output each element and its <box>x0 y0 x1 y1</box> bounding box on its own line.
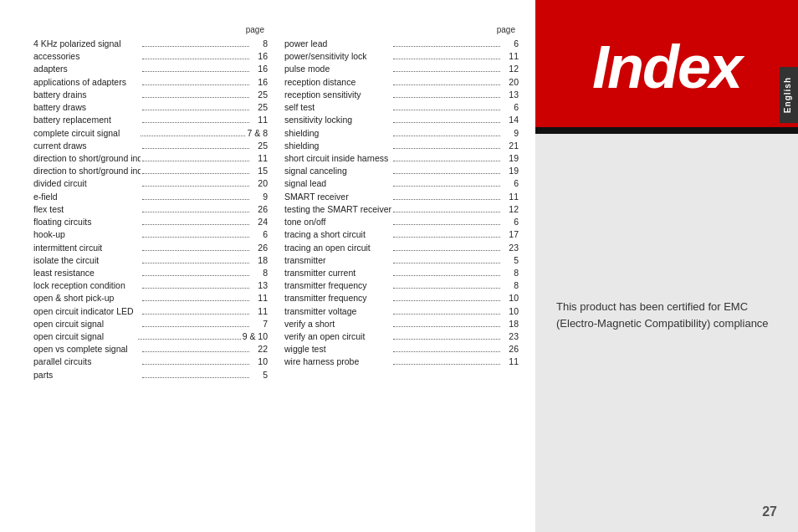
list-item: open & short pick-up 11 <box>33 292 268 304</box>
entry-label: transmitter <box>284 254 391 267</box>
entry-dots <box>393 199 500 200</box>
entry-dots <box>138 339 241 340</box>
entry-dots <box>393 237 500 238</box>
list-item: transmitter frequency 8 <box>284 279 519 292</box>
list-item: testing the SMART receiver 12 <box>284 203 519 216</box>
entry-page: 8 <box>502 267 519 279</box>
entry-label: 4 KHz polarized signal <box>33 38 141 50</box>
entry-label: transmitter frequency <box>284 292 391 304</box>
entry-page: 22 <box>251 343 268 356</box>
entry-label: applications of adapters <box>33 76 141 89</box>
entry-dots <box>393 136 500 136</box>
entry-label: sensitivity locking <box>284 114 391 126</box>
list-item: divided circuit 20 <box>33 177 268 190</box>
index-content: page 4 KHz polarized signal 8 accessorie… <box>0 0 535 532</box>
list-item: open vs complete signal 22 <box>33 343 268 356</box>
list-item: shielding 21 <box>284 140 519 152</box>
entry-label: pulse mode <box>284 63 391 75</box>
entry-dots <box>393 84 500 85</box>
entry-label: open & short pick-up <box>33 292 141 304</box>
entry-label: lock reception condition <box>33 279 141 292</box>
list-item: signal lead 6 <box>284 177 519 190</box>
entry-page: 17 <box>502 228 519 241</box>
list-item: wire harness probe 11 <box>284 356 519 368</box>
entry-page: 11 <box>251 152 268 165</box>
entry-label: complete circuit signal <box>33 127 139 140</box>
entry-page: 26 <box>502 343 519 356</box>
logo-ind: Ind <box>592 33 678 100</box>
list-item: parts 5 <box>33 369 268 381</box>
entry-label: intermittent circuit <box>33 242 141 254</box>
list-item: accessories 16 <box>33 50 268 63</box>
entry-dots <box>393 122 500 123</box>
entry-label: divided circuit <box>33 177 141 190</box>
entry-label: SMART receiver <box>284 191 391 203</box>
entry-page: 16 <box>251 76 268 89</box>
list-item: direction to short/ground indicator 15 <box>33 165 268 177</box>
list-item: isolate the circuit 18 <box>33 254 268 267</box>
entry-page: 12 <box>502 203 519 216</box>
left-entries: 4 KHz polarized signal 8 accessories 16 … <box>33 38 268 381</box>
entry-page: 10 <box>251 356 268 368</box>
list-item: tracing an open circuit 23 <box>284 242 519 254</box>
list-item: open circuit indicator LED 11 <box>33 305 268 318</box>
entry-label: battery draws <box>33 101 141 114</box>
entry-page: 20 <box>502 76 519 89</box>
entry-dots <box>393 263 500 263</box>
list-item: current draws 25 <box>33 140 268 152</box>
logo-ex: ex <box>678 33 741 100</box>
entry-page: 19 <box>502 152 519 165</box>
entry-page: 9 & 10 <box>243 330 268 343</box>
list-item: transmitter 5 <box>284 254 519 267</box>
entry-dots <box>142 97 249 98</box>
entry-page: 26 <box>251 242 268 254</box>
logo-underline <box>535 127 798 134</box>
entry-label: transmitter frequency <box>284 279 391 292</box>
entry-label: transmitter current <box>284 267 391 279</box>
entry-label: power/sensitivity lock <box>284 50 391 63</box>
entry-dots <box>142 212 249 212</box>
entry-page: 8 <box>251 38 268 50</box>
list-item: power lead 6 <box>284 38 519 50</box>
list-item: reception sensitivity 13 <box>284 89 519 101</box>
entry-label: battery replacement <box>33 114 141 126</box>
list-item: tracing a short circuit 17 <box>284 228 519 241</box>
list-item: SMART receiver 11 <box>284 191 519 203</box>
entry-page: 6 <box>502 38 519 50</box>
entry-dots <box>141 136 246 136</box>
entry-page: 14 <box>502 114 519 126</box>
entry-label: verify an open circuit <box>284 330 391 343</box>
list-item: adapters 16 <box>33 63 268 75</box>
entry-page: 18 <box>502 318 519 330</box>
entry-dots <box>393 212 500 212</box>
list-item: complete circuit signal 7 & 8 <box>33 127 268 140</box>
entry-dots <box>142 199 249 200</box>
entry-label: adapters <box>33 63 141 75</box>
list-item: wiggle test 26 <box>284 343 519 356</box>
entry-dots <box>142 122 249 123</box>
entry-page: 18 <box>251 254 268 267</box>
entry-page: 25 <box>251 89 268 101</box>
entry-label: self test <box>284 101 391 114</box>
list-item: open circuit signal 9 & 10 <box>33 330 268 343</box>
entry-label: verify a short <box>284 318 391 330</box>
entry-dots <box>142 275 249 276</box>
entry-label: tracing an open circuit <box>284 242 391 254</box>
entry-page: 13 <box>502 89 519 101</box>
entry-label: floating circuits <box>33 216 141 228</box>
entry-dots <box>142 237 249 238</box>
entry-page: 12 <box>502 63 519 75</box>
entry-dots <box>393 326 500 327</box>
entry-dots <box>393 148 500 149</box>
entry-dots <box>393 288 500 289</box>
entry-dots <box>142 351 249 352</box>
right-column: page power lead 6 power/sensitivity lock… <box>284 25 519 381</box>
entry-page: 19 <box>502 165 519 177</box>
entry-label: open vs complete signal <box>33 343 141 356</box>
list-item: reception distance 20 <box>284 76 519 89</box>
list-item: open circuit signal 7 <box>33 318 268 330</box>
entry-dots <box>393 71 500 72</box>
index-logo: Index <box>592 37 741 97</box>
list-item: pulse mode 12 <box>284 63 519 75</box>
entry-label: wiggle test <box>284 343 391 356</box>
